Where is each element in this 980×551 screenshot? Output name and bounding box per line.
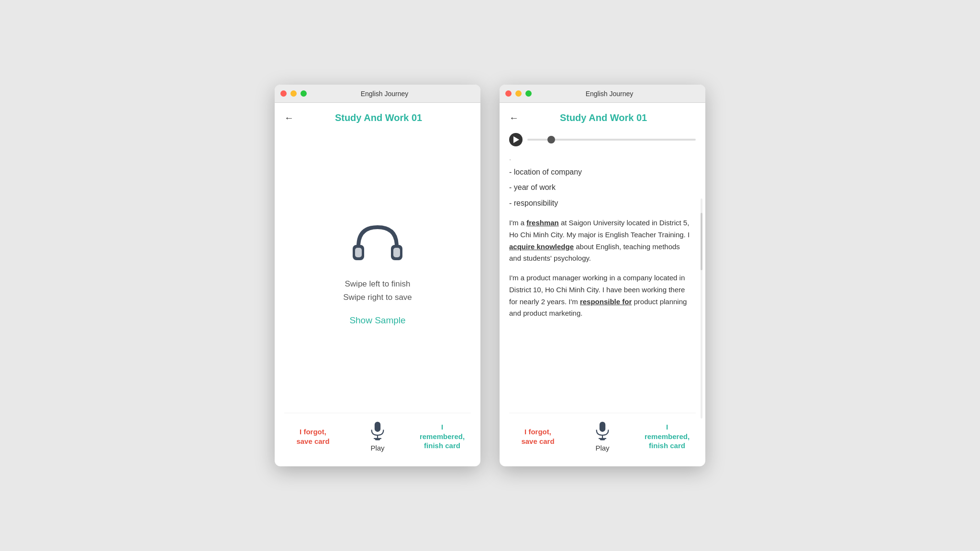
audio-progress-thumb[interactable] (547, 136, 555, 143)
paragraph-2: I'm a product manager working in a compa… (509, 272, 694, 320)
screens-container: English Journey ← Study And Work 01 (275, 85, 705, 466)
minimize-button[interactable] (290, 90, 297, 97)
audio-play-button[interactable] (509, 133, 523, 146)
swipe-instruction: Swipe left to finish Swipe right to save (343, 277, 412, 303)
right-minimize-button[interactable] (515, 90, 522, 97)
left-back-button[interactable]: ← (284, 112, 294, 123)
right-forgot-button[interactable]: I forgot, save card (514, 427, 562, 446)
keyword-freshman: freshman (526, 219, 559, 227)
svg-rect-3 (393, 248, 400, 257)
paragraph-1: I'm a freshman at Saigon University loca… (509, 217, 694, 264)
svg-rect-1 (355, 248, 362, 257)
scroll-thumb[interactable] (701, 213, 702, 270)
left-remembered-button[interactable]: I remembered, finish card (418, 422, 466, 451)
left-forgot-button[interactable]: I forgot, save card (289, 427, 337, 446)
svg-rect-11 (600, 439, 605, 441)
right-window-title: English Journey (535, 90, 683, 98)
left-play-label: Play (370, 444, 384, 452)
left-title-bar: English Journey (275, 85, 480, 103)
svg-rect-4 (375, 422, 380, 432)
left-header: ← Study And Work 01 (284, 112, 471, 123)
right-window-content: ← Study And Work 01 · - location of comp… (500, 103, 705, 466)
right-back-button[interactable]: ← (509, 112, 519, 123)
left-page-title: Study And Work 01 (299, 112, 458, 123)
headphones-area: Swipe left to finish Swipe right to save… (284, 133, 471, 413)
audio-player (509, 133, 696, 146)
scroll-indicator (701, 198, 702, 419)
right-maximize-button[interactable] (525, 90, 532, 97)
bullet-list: - location of company - year of work - r… (509, 167, 694, 209)
left-bottom-bar: I forgot, save card Play I rememb (284, 413, 471, 457)
left-window-content: ← Study And Work 01 (275, 103, 480, 466)
right-bottom-bar: I forgot, save card Play I remembered, f… (509, 413, 696, 457)
right-window: English Journey ← Study And Work 01 · - … (500, 85, 705, 466)
headphones-icon (349, 220, 406, 268)
left-window: English Journey ← Study And Work 01 (275, 85, 480, 466)
show-sample-button[interactable]: Show Sample (349, 315, 405, 326)
bullet-item-3: - responsibility (509, 198, 694, 209)
keyword-acquire-knowledge: acquire knowledge (509, 242, 574, 251)
right-header: ← Study And Work 01 (509, 112, 696, 123)
right-microphone-icon[interactable] (592, 421, 613, 442)
right-play-label: Play (595, 444, 609, 452)
left-mic-area: Play (367, 421, 388, 452)
svg-rect-8 (600, 422, 605, 432)
svg-rect-7 (375, 439, 380, 441)
bullet-item-2: - year of work (509, 182, 694, 193)
right-remembered-button[interactable]: I remembered, finish card (643, 422, 691, 451)
right-close-button[interactable] (505, 90, 512, 97)
maximize-button[interactable] (301, 90, 307, 97)
right-title-bar: English Journey (500, 85, 705, 103)
microphone-icon[interactable] (367, 421, 388, 442)
bullet-item-1: - location of company (509, 167, 694, 177)
content-body: - location of company - year of work - r… (509, 167, 696, 413)
keyword-responsible-for: responsible for (580, 298, 632, 306)
right-page-title: Study And Work 01 (523, 112, 683, 123)
partial-hint: · (509, 155, 696, 163)
play-triangle-icon (513, 136, 519, 143)
right-mic-area: Play (592, 421, 613, 452)
left-window-title: English Journey (311, 90, 458, 98)
close-button[interactable] (280, 90, 287, 97)
audio-progress-track[interactable] (527, 139, 696, 141)
